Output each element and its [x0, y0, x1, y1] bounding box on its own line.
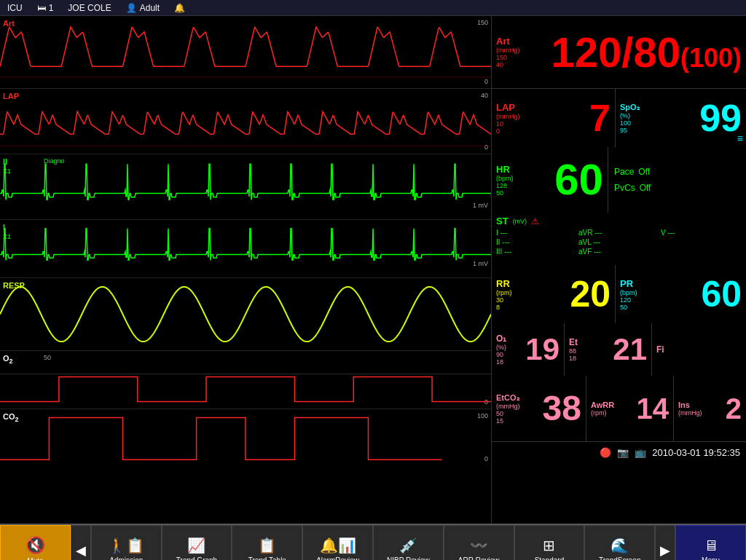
- admission-icon: 🚶📋: [108, 537, 144, 554]
- o2-et-big-value: 21: [613, 334, 647, 365]
- resp-waveform[interactable]: RESP: [0, 278, 491, 351]
- o2-et-values[interactable]: Et 88 18 21: [565, 323, 652, 376]
- spo2-values[interactable]: SpO₂ (%) 100 95 99 ≡: [616, 89, 746, 147]
- co2-waveform[interactable]: CO2 100 0: [0, 409, 491, 465]
- lap-labels: LAP (mmHg) 10 0: [496, 102, 536, 135]
- arr-review-icon: 〰️: [470, 537, 488, 554]
- lap-wave-label: LAP: [3, 92, 19, 100]
- patient-icon: 👤: [126, 3, 137, 13]
- pvcs-value: Off: [640, 183, 651, 193]
- o2-labels: O₁ (%) 90 18: [496, 334, 524, 366]
- nibp-review-button[interactable]: 💉 NIBP Review: [373, 525, 444, 560]
- ecg-i-waveform[interactable]: I X1 1 mV: [0, 220, 491, 278]
- arr-review-button[interactable]: 〰️ ARR Review: [444, 525, 514, 560]
- art-limit2: 40: [496, 61, 543, 68]
- hr-value-display: 60: [536, 158, 603, 202]
- hr-labels: HR (bpm) 128 50: [496, 164, 536, 197]
- pr-values[interactable]: PR (bpm) 120 50 60: [616, 265, 746, 323]
- spo2-unit: (%): [620, 112, 653, 119]
- spo2-menu-icon[interactable]: ≡: [737, 133, 743, 144]
- menu-button[interactable]: 🖥 Menu: [675, 525, 746, 560]
- trend-graph-label: Trend Graph: [176, 556, 217, 560]
- rr-limit2: 8: [496, 304, 536, 311]
- alert-icon: 🔔: [174, 3, 185, 13]
- ecg-ii-label: II: [3, 157, 7, 166]
- bed-info: 🛏 1: [37, 3, 54, 13]
- pr-unit: (bpm): [620, 289, 656, 296]
- awrr-unit: (rpm): [591, 409, 627, 417]
- mute-icon: 🔇: [25, 536, 45, 555]
- hr-values[interactable]: HR (bpm) 128 50 60: [492, 147, 608, 213]
- patient-type-text: Adult: [140, 3, 160, 13]
- o2-et-labels: Et 88 18: [569, 337, 594, 362]
- art-value-display: 120/80(100): [543, 31, 742, 74]
- patient-name: JOE COLE: [68, 3, 111, 13]
- trend-screen-button[interactable]: 🌊 TrendScreen: [584, 525, 655, 560]
- waveform-panel: Art 150 0 LAP 40 0 II X1 Diagno 1 mV I X…: [0, 16, 492, 524]
- etco2-awrr-values[interactable]: AwRR (rpm) 14: [586, 376, 674, 441]
- admission-button[interactable]: 🚶📋 Admission: [91, 525, 162, 560]
- st-alarm-icon: ⚠: [531, 216, 539, 226]
- rr-values[interactable]: RR (rpm) 30 8 20: [492, 265, 616, 323]
- trend-screen-icon: 🌊: [610, 537, 629, 554]
- standard-button[interactable]: ⊞ Standard: [514, 525, 585, 560]
- etco2-main-values[interactable]: EtCO₂ (mmHg) 50 15 38: [492, 376, 586, 441]
- etco2-labels: EtCO₂ (mmHg) 50 15: [496, 393, 533, 425]
- st-lead-avr: aVR ---: [578, 229, 659, 237]
- rr-labels: RR (rpm) 30 8: [496, 278, 536, 311]
- next-button[interactable]: ▶: [655, 525, 675, 560]
- data-panel: Art (mmHg) 150 40 120/80(100) LAP (mmHg)…: [492, 16, 746, 524]
- pr-value-display: 60: [656, 276, 742, 312]
- ins-labels: Ins (mmHg): [678, 401, 707, 417]
- o2-waveform[interactable]: O2 50 0: [0, 351, 491, 409]
- alarm-review-button[interactable]: 🔔📊 AlarmReview: [302, 525, 373, 560]
- art-waveform[interactable]: Art 150 0: [0, 16, 491, 89]
- lap-values[interactable]: LAP (mmHg) 10 0 7: [492, 89, 616, 147]
- hr-limit1: 128: [496, 182, 536, 189]
- etco2-ins-values[interactable]: Ins (mmHg) 2: [674, 376, 746, 441]
- awrr-big-value: 14: [637, 394, 670, 423]
- menu-label: Menu: [702, 556, 720, 561]
- o2-big-value: 19: [525, 334, 560, 365]
- o2-fi-values[interactable]: Fi: [652, 323, 746, 376]
- next-icon: ▶: [660, 543, 670, 559]
- ecg-i-canvas: [0, 220, 491, 277]
- ins-value-display: 2: [707, 394, 742, 423]
- ecg-ii-waveform[interactable]: II X1 Diagno 1 mV: [0, 154, 491, 220]
- rr-big-value: 20: [570, 276, 610, 312]
- prev-button[interactable]: ◀: [71, 525, 91, 560]
- prev-icon: ◀: [76, 543, 86, 559]
- spo2-labels: SpO₂ (%) 100 95: [620, 103, 653, 134]
- rr-param-name: RR: [496, 278, 536, 289]
- etco2-section: EtCO₂ (mmHg) 50 15 38 AwRR (rpm) 14: [492, 376, 746, 441]
- awrr-value-display: 14: [627, 394, 669, 423]
- o2-main-values[interactable]: O₁ (%) 90 18 19: [492, 323, 565, 376]
- lap-canvas: [0, 89, 491, 154]
- awrr-name: AwRR: [591, 401, 627, 409]
- standard-label: Standard: [535, 556, 565, 560]
- rr-limit1: 30: [496, 296, 536, 304]
- etco2-param-name: EtCO₂: [496, 393, 533, 403]
- trend-graph-icon: 📈: [187, 537, 205, 554]
- mute-button[interactable]: 🔇 Mute: [0, 525, 71, 560]
- rr-unit: (rpm): [496, 289, 536, 296]
- art-values[interactable]: Art (mmHg) 150 40 120/80(100): [492, 16, 746, 89]
- header: ICU 🛏 1 JOE COLE 👤 Adult 🔔: [0, 0, 746, 16]
- etco2-limit2: 15: [496, 417, 533, 425]
- lap-waveform[interactable]: LAP 40 0: [0, 89, 491, 154]
- spo2-limit2: 95: [620, 127, 653, 134]
- hr-big-value: 60: [554, 158, 603, 202]
- o2-section: O₁ (%) 90 18 19 Et 88 18 21: [492, 323, 746, 376]
- st-section[interactable]: ST (mV) ⚠ I --- aVR --- V --- II --- aVL…: [492, 213, 746, 265]
- hr-limit2: 50: [496, 189, 536, 197]
- o2-param-name: O₁: [496, 334, 524, 344]
- pr-limit1: 120: [620, 296, 656, 304]
- trend-table-button[interactable]: 📋 Trend Table: [232, 525, 302, 560]
- st-lead-avl: aVL ---: [578, 238, 659, 246]
- ecg-ii-canvas: [0, 154, 491, 219]
- trend-graph-button[interactable]: 📈 Trend Graph: [162, 525, 232, 560]
- etco2-value-display: 38: [533, 391, 581, 426]
- o2-et-limit1: 88: [569, 347, 594, 355]
- arr-review-label: ARR Review: [458, 556, 500, 560]
- ecg-i-label: I: [3, 223, 5, 232]
